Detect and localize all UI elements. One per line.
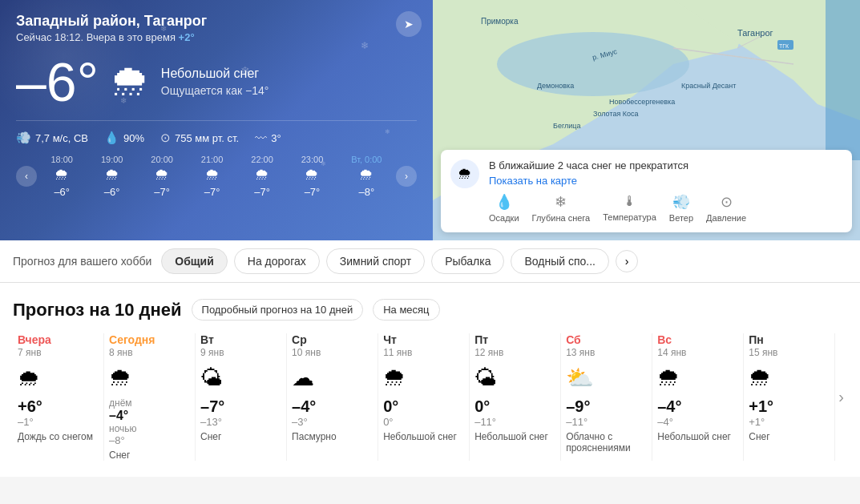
map-background: Таганрог ТГК Приморка Беглица р. Миус Де… [433,0,860,240]
hourly-next-button[interactable]: › [396,166,417,187]
hourly-item[interactable]: 20:00 🌨 –7° [151,155,173,198]
day-name: Вчера [18,333,51,346]
day-desc: Небольшой снег [657,431,731,442]
day-icon: ⛅ [566,365,594,391]
tabs-next-button[interactable]: › [616,250,638,272]
svg-text:Новобессергеневка: Новобессергеневка [609,98,675,106]
svg-point-3 [497,32,689,96]
svg-text:Приморка: Приморка [481,17,519,26]
hobby-label: Прогноз для вашего хобби [13,255,151,268]
wind-stat: 💨 7,7 м/с, СВ [16,131,88,145]
svg-text:ТГК: ТГК [779,43,789,49]
hourly-item[interactable]: 21:00 🌨 –7° [201,155,224,198]
day-name: Ср [292,333,307,346]
pressure-icon: ⊙ [160,131,171,145]
day-icon: 🌧 [18,365,40,391]
day-icon: 🌨 [383,365,406,391]
day-name: Пт [474,333,488,346]
forecast-day[interactable]: Чт 11 янв 🌨 0° 0° Небольшой снег [378,333,470,461]
forecast-title: Прогноз на 10 дней [13,300,182,321]
day-date: 12 янв [474,347,503,358]
wave-icon: 〰 [255,131,267,145]
forecast-day[interactable]: Вт 9 янв 🌤 –7° –13° Снег [196,333,287,461]
day-name: Вт [200,333,214,346]
hourly-item[interactable]: 22:00 🌨 –7° [251,155,273,198]
forecast-day[interactable]: Вчера 7 янв 🌧 +6° –1° Дождь со снегом [13,333,104,461]
forecast-day[interactable]: Пт 12 янв 🌤 0° –11° Небольшой снег [470,333,561,461]
svg-text:Беглица: Беглица [553,122,580,130]
alert-icon-item-0[interactable]: 💧Осадки [489,193,519,223]
day-name: Пн [749,333,764,346]
alert-text: В ближайшие 2 часа снег не прекратится [489,159,842,171]
hobby-tabs: Прогноз для вашего хобби ОбщийНа дорогах… [0,240,860,283]
svg-text:Золотая Коса: Золотая Коса [593,110,639,118]
day-name: Сб [566,333,581,346]
tabs-container: ОбщийНа дорогахЗимний спортРыбалкаВодный… [161,248,609,274]
location-title: Западный район, Таганрог [16,13,417,30]
tab-водный-спо...[interactable]: Водный спо... [511,248,609,274]
day-desc: Дождь со снегом [18,431,93,442]
day-icon: 🌤 [474,365,497,391]
day-name: Сегодня [109,333,155,346]
day-name: Вс [657,333,672,346]
day-date: 7 янв [18,347,42,358]
day-desc: Небольшой снег [474,431,548,442]
forecast-days: Вчера 7 янв 🌧 +6° –1° Дождь со снегом Се… [13,333,847,461]
pressure-stat: ⊙ 755 мм рт. ст. [160,131,239,145]
forecast-day[interactable]: Сб 13 янв ⛅ –9° –11° Облачно с прояснени… [561,333,652,461]
alert-icon-item-2[interactable]: 🌡Температура [603,193,656,223]
day-icon: 🌤 [200,365,223,391]
day-date: 13 янв [566,347,595,358]
tab-зимний-спорт[interactable]: Зимний спорт [326,248,425,274]
tab-общий[interactable]: Общий [161,248,228,274]
alert-link[interactable]: Показать на карте [489,175,842,187]
day-icon: 🌨 [749,365,771,391]
weather-description: Небольшой снег [161,67,269,81]
day-icon: 🌨 [109,365,131,391]
current-temp: –6° [16,54,99,109]
day-date: 10 янв [292,347,321,358]
hourly-item[interactable]: 19:00 🌨 –6° [101,155,123,198]
hourly-forecast: 18:00 🌨 –6° 19:00 🌨 –6° 20:00 🌨 –7° 21:0… [37,155,396,198]
day-desc: Облачно с прояснениями [566,431,647,454]
day-desc: Снег [109,450,130,461]
hourly-item[interactable]: Вт, 0:00 🌨 –8° [351,155,382,198]
monthly-forecast-button[interactable]: На месяц [373,299,439,321]
alert-icon-item-3[interactable]: 💨Ветер [669,193,693,223]
day-date: 11 янв [383,347,412,358]
navigate-button[interactable]: ➤ [396,11,422,37]
hourly-prev-button[interactable]: ‹ [16,166,37,187]
tab-на-дорогах[interactable]: На дорогах [234,248,320,274]
day-desc: Снег [749,431,769,442]
weather-alert: 🌨 В ближайшие 2 часа снег не прекратится… [441,150,852,232]
day-date: 15 янв [749,347,777,358]
day-icon: ☁ [292,365,314,391]
forecast-next-button[interactable]: › [835,333,847,461]
alert-icon-item-4[interactable]: ⊙Давление [706,193,746,223]
svg-rect-16 [826,0,860,160]
weather-panel: ❄ ❄ ❄ ❄ ❄ ❄ Западный район, Таганрог Сей… [0,0,433,240]
svg-text:Красный Десант: Красный Десант [681,82,736,90]
forecast-day[interactable]: Ср 10 янв ☁ –4° –3° Пасмурно [287,333,378,461]
humidity-stat: 💧 90% [104,131,144,145]
feels-like: Ощущается как −14° [161,84,269,97]
svg-text:Демоновка: Демоновка [537,82,574,90]
wind-icon: 💨 [16,131,31,145]
map-section[interactable]: Таганрог ТГК Приморка Беглица р. Миус Де… [433,0,860,240]
day-desc: Пасмурно [292,431,337,442]
forecast-day[interactable]: Вс 14 янв 🌨 –4° –4° Небольшой снег [652,333,744,461]
day-date: 9 янв [200,347,224,358]
hourly-item[interactable]: 23:00 🌨 –7° [301,155,324,198]
forecast-day[interactable]: Пн 15 янв 🌨 +1° +1° Снег [744,333,835,461]
day-icon: 🌨 [657,365,680,391]
wave-stat: 〰 3° [255,131,281,145]
tab-рыбалка[interactable]: Рыбалка [431,248,504,274]
alert-content: В ближайшие 2 часа снег не прекратится П… [489,159,842,223]
humidity-icon: 💧 [104,131,119,145]
detailed-forecast-button[interactable]: Подробный прогноз на 10 дней [192,299,364,321]
forecast-day[interactable]: Сегодня 8 янв 🌨 днём –4° ночью –8° Снег [104,333,196,461]
hourly-item[interactable]: 18:00 🌨 –6° [50,155,73,198]
day-desc: Снег [200,431,221,442]
alert-icon-item-1[interactable]: ❄Глубина снега [532,193,591,223]
day-date: 8 янв [109,347,133,358]
